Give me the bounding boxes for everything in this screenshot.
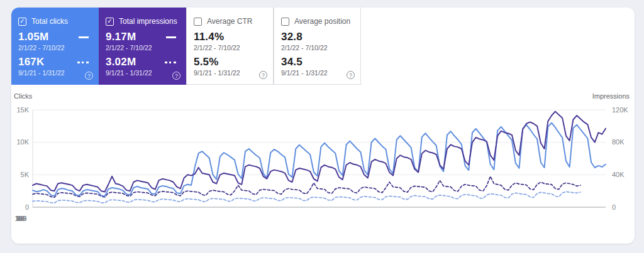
metric-value-previous: 167K (18, 56, 44, 68)
card-total-impressions[interactable]: ✓ Total impressions 9.17M 2/1/22 - 7/10/… (99, 8, 186, 85)
metric-label: Average CTR (207, 17, 252, 26)
metric-value-current: 9.17M (106, 31, 136, 43)
checkbox-unchecked-icon[interactable] (194, 18, 202, 26)
card-total-clicks[interactable]: ✓ Total clicks 1.05M 2/1/22 - 7/10/22 16… (11, 8, 99, 85)
solid-line-legend-icon (79, 36, 89, 38)
chart-canvas[interactable] (11, 85, 635, 244)
metric-label: Total impressions (119, 17, 177, 26)
series-line-clicks-current (33, 123, 606, 196)
date-range-previous: 9/1/21 - 1/31/22 (281, 69, 354, 77)
help-icon[interactable]: ? (347, 71, 355, 79)
date-range-current: 2/1/22 - 7/10/22 (281, 44, 354, 51)
dashed-line-legend-icon (77, 62, 89, 63)
performance-chart[interactable]: Clicks Impressions 15K 10K 5K 0 120K 80K… (11, 85, 635, 244)
date-range-current: 2/1/22 - 7/10/22 (106, 44, 180, 51)
card-average-position[interactable]: Average position 32.8 2/1/22 - 7/10/22 3… (274, 8, 361, 85)
solid-line-legend-icon (166, 36, 176, 38)
help-icon[interactable]: ? (172, 72, 180, 80)
checkbox-checked-icon[interactable]: ✓ (106, 18, 114, 26)
metric-label: Average position (294, 17, 350, 26)
metric-value-current: 32.8 (281, 31, 303, 43)
dashed-line-legend-icon (165, 62, 176, 63)
metric-value-current: 1.05M (18, 31, 48, 43)
metric-value-current: 11.4% (194, 31, 224, 43)
series-line-impressions-previous (33, 176, 580, 198)
checkbox-checked-icon[interactable]: ✓ (18, 18, 26, 26)
date-range-previous: 9/1/21 - 1/31/22 (18, 69, 92, 77)
date-range-current: 2/1/22 - 7/10/22 (18, 44, 92, 51)
metric-value-previous: 34.5 (281, 56, 303, 68)
series-line-impressions-current (33, 112, 606, 192)
date-range-current: 2/1/22 - 7/10/22 (194, 44, 267, 51)
metric-value-previous: 5.5% (194, 56, 219, 68)
metric-value-previous: 3.02M (106, 56, 136, 68)
help-icon[interactable]: ? (85, 72, 93, 80)
checkbox-unchecked-icon[interactable] (281, 18, 289, 26)
date-range-previous: 9/1/21 - 1/31/22 (106, 69, 180, 77)
performance-panel: ✓ Total clicks 1.05M 2/1/22 - 7/10/22 16… (11, 8, 635, 244)
date-range-previous: 9/1/21 - 1/31/22 (194, 69, 267, 77)
help-icon[interactable]: ? (259, 71, 267, 79)
metric-cards-row: ✓ Total clicks 1.05M 2/1/22 - 7/10/22 16… (11, 8, 635, 85)
metric-label: Total clicks (31, 17, 68, 26)
card-average-ctr[interactable]: Average CTR 11.4% 2/1/22 - 7/10/22 5.5% … (186, 8, 274, 85)
